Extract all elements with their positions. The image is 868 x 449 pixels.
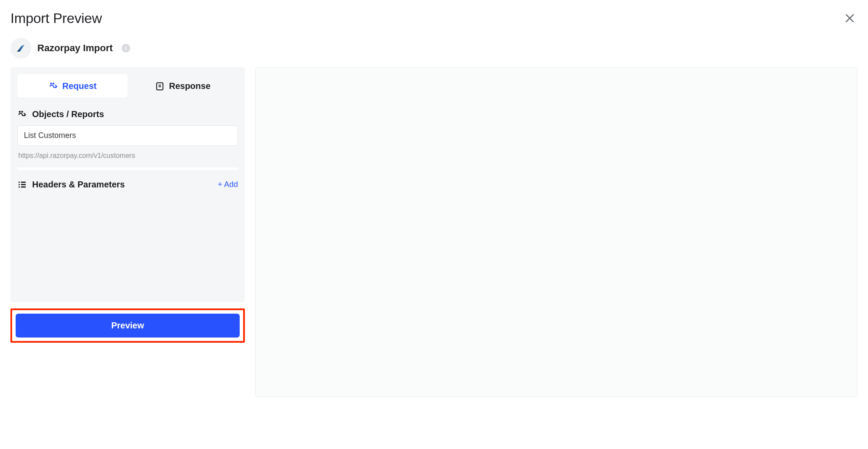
preview-button[interactable]: Preview: [16, 314, 240, 338]
svg-rect-10: [19, 184, 20, 185]
svg-rect-9: [19, 181, 20, 183]
source-name: Razorpay Import: [37, 43, 113, 54]
close-button[interactable]: [842, 10, 858, 27]
svg-point-3: [53, 83, 53, 84]
divider: [17, 167, 238, 170]
headers-params-section-head: Headers & Parameters: [17, 180, 125, 190]
objects-label: Objects / Reports: [32, 109, 104, 119]
tabs: Request Response: [17, 74, 238, 98]
preview-highlight: Preview: [10, 308, 245, 343]
add-header-param-link[interactable]: + Add: [218, 180, 238, 189]
list-icon: [17, 180, 27, 190]
svg-rect-12: [21, 181, 26, 183]
response-icon: [155, 82, 165, 91]
tab-request-label: Request: [63, 81, 97, 91]
tab-request[interactable]: Request: [17, 74, 128, 98]
objects-section-head: Objects / Reports: [17, 109, 238, 119]
preview-output-panel: [255, 67, 858, 397]
svg-rect-13: [21, 184, 26, 185]
svg-rect-14: [21, 186, 26, 187]
info-icon[interactable]: i: [122, 44, 130, 52]
tab-response-label: Response: [169, 81, 211, 91]
source-row: Razorpay Import i: [10, 38, 858, 59]
endpoint-url: https://api.razorpay.com/v1/customers: [17, 152, 238, 160]
svg-rect-11: [19, 186, 20, 187]
tab-response[interactable]: Response: [128, 74, 238, 98]
request-card: Request Response Objects / Reports List …: [10, 67, 245, 302]
razorpay-logo-icon: [16, 42, 26, 54]
headers-params-label: Headers & Parameters: [32, 180, 125, 190]
objects-select[interactable]: List Customers: [17, 125, 238, 146]
svg-point-2: [50, 83, 51, 84]
request-icon: [49, 82, 58, 91]
svg-point-7: [19, 111, 20, 112]
page-title: Import Preview: [10, 10, 102, 26]
close-icon: [844, 12, 856, 26]
svg-point-8: [22, 111, 23, 112]
objects-icon: [17, 110, 27, 119]
source-avatar: [10, 38, 31, 59]
